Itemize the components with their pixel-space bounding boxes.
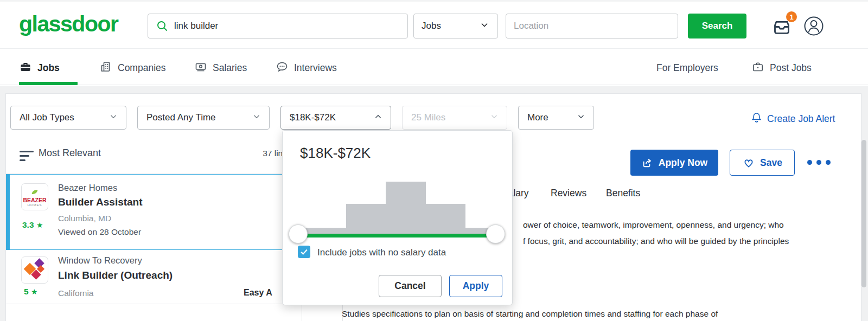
create-job-alert-link[interactable]: Create Job Alert (750, 111, 835, 126)
salary-range-title: $18K-$72K (300, 145, 371, 162)
filter-label: 25 Miles (411, 112, 445, 123)
filter-label: $18K-$72K (290, 112, 336, 123)
salary-filter-popup: $18K-$72K Include jobs with no salary da… (282, 130, 513, 305)
search-scope-select[interactable]: Jobs (413, 14, 498, 38)
save-label: Save (760, 157, 782, 169)
histogram-bar (346, 204, 386, 235)
nav-tab-label: Jobs (37, 62, 60, 74)
inbox-icon[interactable]: 1 (770, 16, 793, 37)
glassdoor-logo[interactable]: glassdoor (19, 11, 118, 37)
search-input[interactable] (174, 21, 391, 31)
nav-for-employers[interactable]: For Employers (656, 59, 718, 77)
viewed-date: Viewed on 28 October (58, 227, 141, 237)
star-icon: ★ (36, 221, 43, 229)
apply-button[interactable]: Apply (449, 275, 502, 297)
filter-label: Posted Any Time (146, 112, 216, 123)
histogram-bar (386, 182, 426, 235)
job-location: California (58, 288, 93, 298)
nav-tab-jobs[interactable]: Jobs (19, 59, 60, 77)
include-no-salary-checkbox[interactable] (298, 246, 310, 258)
chevron-down-icon (479, 20, 490, 33)
filter-date-posted[interactable]: Posted Any Time (137, 106, 270, 130)
chevron-down-icon (252, 112, 261, 124)
sort-icon[interactable] (20, 151, 34, 164)
money-bill-icon (194, 60, 207, 76)
briefcase-icon (19, 60, 32, 76)
star-icon: ★ (31, 287, 38, 296)
chevron-down-icon (489, 112, 499, 124)
filter-label: More (527, 112, 548, 123)
salary-slider-track[interactable] (298, 234, 495, 237)
location-field[interactable] (506, 14, 678, 38)
slider-handle-max[interactable] (486, 224, 505, 243)
scope-value: Jobs (422, 21, 441, 31)
company-logo-window-to-recovery (21, 256, 48, 284)
location-input[interactable] (514, 21, 666, 31)
sort-label[interactable]: Most Relevant (39, 147, 101, 159)
chevron-up-icon (373, 112, 383, 124)
logo-text: HOMES (22, 203, 48, 207)
company-name[interactable]: Beazer Homes (58, 183, 117, 193)
search-icon (156, 20, 169, 33)
salary-histogram (298, 181, 495, 235)
filter-job-types[interactable]: All Job Types (10, 106, 126, 130)
description-line: f focus, grit, and accountability; and w… (523, 236, 789, 246)
company-name[interactable]: Window To Recovery (58, 255, 142, 266)
profile-icon[interactable] (803, 15, 825, 37)
keyword-search-field[interactable] (148, 14, 408, 38)
apply-arrow-icon (641, 157, 653, 169)
include-no-salary-label[interactable]: Include jobs with no salary data (317, 247, 446, 258)
header: glassdoor Jobs Search (0, 0, 868, 49)
slider-handle-min[interactable] (289, 224, 308, 243)
leaf-icon (22, 187, 48, 197)
active-tab-underline (19, 82, 78, 85)
detail-tab-benefits[interactable]: Benefits (606, 188, 640, 199)
apply-now-label: Apply Now (659, 157, 707, 169)
chevron-down-icon (576, 112, 586, 124)
glassdoor-job-search-page: glassdoor Jobs Search (0, 0, 868, 321)
nav-tab-label: Companies (118, 62, 166, 74)
easy-apply-tag-partial: Easy A (244, 288, 272, 298)
nav-link-label: For Employers (656, 62, 718, 74)
apply-now-button[interactable]: Apply Now (630, 150, 718, 176)
nav-tab-salaries[interactable]: Salaries (194, 59, 247, 77)
cancel-button[interactable]: Cancel (379, 275, 442, 297)
save-button[interactable]: Save (730, 150, 795, 176)
filter-label: All Job Types (20, 112, 74, 123)
search-button[interactable]: Search (688, 14, 746, 38)
job-list-column: Most Relevant 37 link BEAZER HOMES 3.3 (6, 140, 302, 321)
nav-tab-interviews[interactable]: Interviews (276, 59, 337, 77)
chevron-down-icon (108, 112, 118, 124)
nav-post-jobs[interactable]: Post Jobs (751, 59, 812, 77)
primary-nav: Jobs Companies (0, 51, 868, 85)
selected-indicator (6, 175, 10, 249)
speech-bubble-icon (276, 60, 289, 76)
company-rating: 5 ★ (24, 287, 38, 297)
description-line: ower of choice, teamwork, improvement, o… (523, 220, 784, 230)
job-title[interactable]: Builder Assistant (58, 196, 143, 208)
building-icon (99, 60, 112, 76)
job-location: Columbia, MD (58, 214, 111, 223)
nav-tab-label: Salaries (213, 62, 247, 74)
company-logo-beazer: BEAZER HOMES (21, 183, 48, 210)
histogram-bar (426, 204, 465, 235)
detail-tab-reviews[interactable]: Reviews (551, 188, 586, 199)
logo-text: BEAZER (22, 197, 48, 203)
job-card-beazer-homes[interactable]: BEAZER HOMES 3.3 ★ Beazer Homes Builder … (6, 174, 302, 250)
checkmark-icon (299, 247, 309, 256)
create-job-alert-label: Create Job Alert (767, 113, 835, 125)
nav-tab-label: Interviews (294, 62, 337, 74)
filter-distance: 25 Miles (402, 106, 507, 130)
more-options-button[interactable] (807, 159, 833, 166)
bell-icon (750, 111, 763, 126)
briefcase-outline-icon (751, 60, 764, 76)
job-title[interactable]: Link Builder (Outreach) (58, 269, 173, 281)
vertical-scrollbar[interactable] (861, 140, 866, 287)
nav-tab-companies[interactable]: Companies (99, 59, 166, 77)
filter-more[interactable]: More (518, 106, 594, 130)
description-footer-line: Studies specifications to plan on basis … (342, 309, 718, 319)
filter-salary-range[interactable]: $18K-$72K (280, 106, 391, 130)
notification-badge: 1 (786, 11, 797, 22)
heart-icon (742, 156, 755, 169)
job-card-window-to-recovery[interactable]: 5 ★ Window To Recovery Link Builder (Out… (6, 250, 302, 304)
